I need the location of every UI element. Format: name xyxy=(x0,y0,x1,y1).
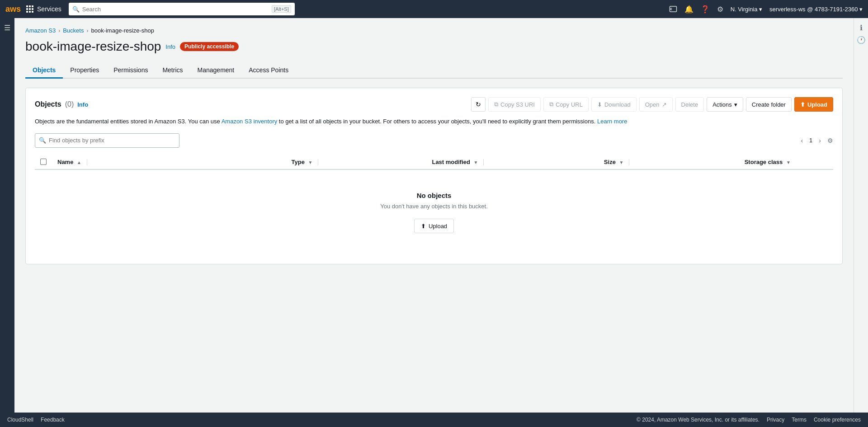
prefix-search-box[interactable]: 🔍 xyxy=(35,133,179,148)
tab-access-points[interactable]: Access Points xyxy=(241,63,296,79)
menu-icon: ☰ xyxy=(4,23,10,32)
select-all-checkbox[interactable] xyxy=(40,159,47,165)
col-size-label: Size xyxy=(604,159,616,165)
objects-info-link[interactable]: Info xyxy=(77,101,88,108)
search-input[interactable] xyxy=(82,6,269,13)
col-modified-label: Last modified xyxy=(432,159,470,165)
cloudshell-icon[interactable] xyxy=(669,5,677,13)
tab-management[interactable]: Management xyxy=(190,63,242,79)
delete-label: Delete xyxy=(681,101,698,108)
copy-url-button[interactable]: ⧉ Copy URL xyxy=(543,97,589,112)
feedback-link[interactable]: Feedback xyxy=(41,417,65,423)
footer-cookie-link[interactable]: Cookie preferences xyxy=(814,417,861,423)
search-row: 🔍 ‹ 1 › ⚙ xyxy=(35,133,833,148)
search-icon: 🔍 xyxy=(72,6,80,13)
objects-table: Name ▲ Type ▼ Last modified ▼ xyxy=(35,155,833,255)
col-header-storage-class[interactable]: Storage class ▼ xyxy=(739,155,833,170)
objects-actions: ↻ ⧉ Copy S3 URI ⧉ Copy URL ⬇ Download xyxy=(471,97,833,112)
type-sort-icon: ▼ xyxy=(308,160,313,165)
region-selector[interactable]: N. Virginia ▾ xyxy=(731,6,762,13)
account-menu[interactable]: serverless-ws @ 4783-7191-2360 ▾ xyxy=(769,6,863,13)
col-header-type[interactable]: Type ▼ xyxy=(286,155,427,170)
footer-privacy-link[interactable]: Privacy xyxy=(767,417,784,423)
services-menu[interactable]: Services xyxy=(37,5,61,13)
objects-description: Objects are the fundamental entities sto… xyxy=(35,117,833,126)
pagination-row: ‹ 1 › ⚙ xyxy=(798,136,833,145)
objects-desc-text1: Objects are the fundamental entities sto… xyxy=(35,118,222,125)
table-header: Name ▲ Type ▼ Last modified ▼ xyxy=(35,155,833,170)
notifications-icon[interactable]: 🔔 xyxy=(684,5,693,14)
upload-icon-empty: ⬆ xyxy=(421,223,426,230)
col-header-checkbox xyxy=(35,155,52,170)
pagination-settings-icon[interactable]: ⚙ xyxy=(827,137,833,144)
actions-dropdown-icon: ▾ xyxy=(734,101,737,108)
pagination-prev[interactable]: ‹ xyxy=(798,136,806,145)
breadcrumb-sep-1: › xyxy=(58,28,60,34)
copy-url-label: Copy URL xyxy=(556,101,583,108)
modified-sort-icon: ▼ xyxy=(474,160,478,165)
delete-button[interactable]: Delete xyxy=(675,97,704,112)
col-header-name[interactable]: Name ▲ xyxy=(52,155,286,170)
footer: CloudShell Feedback © 2024, Amazon Web S… xyxy=(0,413,868,427)
tab-properties[interactable]: Properties xyxy=(63,63,106,79)
actions-label: Actions xyxy=(712,101,732,108)
upload-button-empty[interactable]: ⬆ Upload xyxy=(414,219,454,233)
right-panel-clock-icon[interactable]: 🕐 xyxy=(857,36,866,44)
empty-state-title: No objects xyxy=(46,192,822,199)
cloudshell-link[interactable]: CloudShell xyxy=(7,417,33,423)
tab-metrics[interactable]: Metrics xyxy=(155,63,190,79)
pagination-next[interactable]: › xyxy=(816,136,824,145)
open-external-icon: ↗ xyxy=(662,101,667,108)
refresh-button[interactable]: ↻ xyxy=(471,97,486,112)
grid-icon[interactable] xyxy=(26,5,33,13)
amazon-s3-inventory-link[interactable]: Amazon S3 inventory xyxy=(222,118,278,125)
storage-sort-icon: ▼ xyxy=(786,160,791,165)
prefix-search-input[interactable] xyxy=(49,137,175,144)
actions-button[interactable]: Actions ▾ xyxy=(707,97,743,112)
global-search-box[interactable]: 🔍 [Alt+S] xyxy=(69,3,295,15)
search-shortcut: [Alt+S] xyxy=(272,5,291,13)
footer-terms-link[interactable]: Terms xyxy=(792,417,807,423)
right-panel-info-icon[interactable]: ℹ xyxy=(860,23,863,32)
col-divider-4 xyxy=(629,159,629,165)
download-button[interactable]: ⬇ Download xyxy=(591,97,637,112)
table-body: No objects You don't have any objects in… xyxy=(35,169,833,255)
breadcrumb-amazon-s3[interactable]: Amazon S3 xyxy=(25,27,56,34)
breadcrumb-sep-2: › xyxy=(86,28,88,34)
open-button[interactable]: Open ↗ xyxy=(639,97,673,112)
learn-more-link[interactable]: Learn more xyxy=(597,118,627,125)
download-icon: ⬇ xyxy=(597,101,602,108)
breadcrumb-current: book-image-resize-shop xyxy=(91,27,154,34)
upload-label-header: Upload xyxy=(807,101,827,108)
sidebar-toggle[interactable]: ☰ xyxy=(0,18,14,413)
nav-right-section: 🔔 ❓ ⚙ N. Virginia ▾ serverless-ws @ 4783… xyxy=(669,5,863,14)
publicly-accessible-badge: Publicly accessible xyxy=(180,42,239,51)
help-icon[interactable]: ❓ xyxy=(701,5,710,14)
objects-label: Objects xyxy=(35,100,61,108)
breadcrumb-buckets[interactable]: Buckets xyxy=(63,27,84,34)
right-panel: ℹ 🕐 xyxy=(854,18,868,413)
col-header-last-modified[interactable]: Last modified ▼ xyxy=(426,155,598,170)
objects-header: Objects (0) Info ↻ ⧉ Copy S3 URI ⧉ Copy … xyxy=(35,97,833,112)
page-info-link[interactable]: Info xyxy=(165,43,175,50)
settings-icon[interactable]: ⚙ xyxy=(717,5,723,14)
create-folder-button[interactable]: Create folder xyxy=(746,97,792,112)
copy-icon-s3: ⧉ xyxy=(494,101,498,108)
table-header-row: Name ▲ Type ▼ Last modified ▼ xyxy=(35,155,833,170)
page-title-row: book-image-resize-shop Info Publicly acc… xyxy=(25,39,843,54)
upload-button-header[interactable]: ⬆ Upload xyxy=(794,97,833,112)
tab-objects[interactable]: Objects xyxy=(25,63,63,79)
upload-label-empty: Upload xyxy=(429,223,447,230)
col-divider-3 xyxy=(483,159,484,165)
upload-icon-header: ⬆ xyxy=(800,101,805,108)
copy-s3-uri-button[interactable]: ⧉ Copy S3 URI xyxy=(488,97,541,112)
page-title: book-image-resize-shop xyxy=(25,39,161,54)
objects-panel: Objects (0) Info ↻ ⧉ Copy S3 URI ⧉ Copy … xyxy=(25,88,843,264)
aws-logo[interactable]: aws xyxy=(5,5,21,13)
tab-permissions[interactable]: Permissions xyxy=(106,63,155,79)
size-sort-icon: ▼ xyxy=(619,160,623,165)
col-header-size[interactable]: Size ▼ xyxy=(599,155,739,170)
col-name-label: Name xyxy=(57,159,73,165)
objects-count: (0) xyxy=(65,100,74,108)
create-folder-label: Create folder xyxy=(752,101,786,108)
